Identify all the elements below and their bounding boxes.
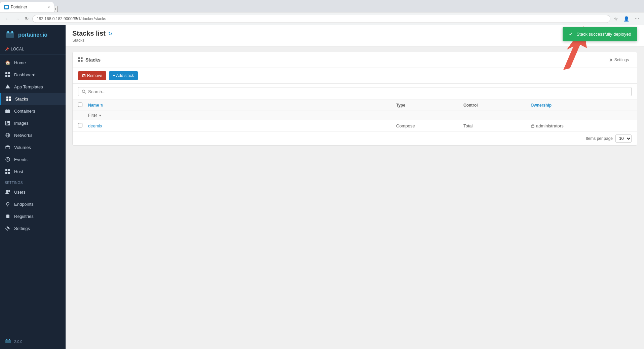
svg-point-28 [6, 190, 8, 192]
menu-button[interactable]: ⋯ [633, 15, 641, 23]
svg-rect-26 [5, 172, 7, 174]
page-refresh-icon[interactable]: ↻ [108, 31, 112, 36]
sidebar-item-host[interactable]: Host [0, 165, 66, 178]
new-tab-button[interactable]: + [54, 6, 58, 12]
svg-rect-37 [6, 339, 7, 340]
type-col-header: Type [396, 103, 463, 108]
main-content: Stacks list ↻ Stacks Stacks Settings [66, 25, 644, 349]
sidebar: portainer.io 📌 LOCAL 🏠 Home Dashboard A [0, 25, 66, 349]
browser-tab-bar: Portainer × + [0, 0, 644, 12]
sidebar-item-networks-label: Networks [14, 133, 32, 138]
toast-check-icon: ✓ [569, 31, 573, 37]
name-col-header[interactable]: Name ⇅ [88, 103, 396, 108]
dashboard-icon [5, 72, 11, 78]
networks-icon [5, 132, 11, 138]
items-per-page-select[interactable]: 10 25 50 [615, 134, 632, 143]
sidebar-item-events[interactable]: Events [0, 153, 66, 165]
select-all-checkbox[interactable] [78, 103, 82, 107]
images-icon [5, 120, 11, 126]
sidebar-item-events-label: Events [14, 157, 28, 162]
sidebar-nav: 🏠 Home Dashboard App Templates Stacks [0, 54, 66, 334]
panel-settings-button[interactable]: Settings [606, 56, 632, 64]
svg-rect-17 [6, 123, 9, 124]
svg-rect-7 [5, 75, 7, 77]
sidebar-item-endpoints[interactable]: Endpoints [0, 198, 66, 210]
svg-point-35 [7, 228, 9, 229]
portainer-logo-icon [5, 30, 15, 40]
refresh-button[interactable]: ↻ [23, 15, 31, 23]
remove-button[interactable]: Remove [78, 71, 106, 80]
search-row [73, 84, 637, 100]
filter-icon[interactable]: ▼ [99, 114, 102, 117]
svg-rect-41 [78, 60, 80, 62]
svg-rect-3 [11, 31, 13, 33]
filter-row: Filter ▼ [73, 111, 637, 120]
row-checkbox[interactable] [78, 123, 82, 127]
sidebar-item-users[interactable]: Users [0, 186, 66, 198]
svg-point-34 [6, 217, 10, 218]
success-toast: ✓ Stack successfully deployed [563, 27, 637, 41]
stack-control-cell: Total [463, 123, 531, 128]
sidebar-item-stacks[interactable]: Stacks [0, 93, 66, 105]
sidebar-item-volumes-label: Volumes [14, 145, 31, 150]
table-row: deemix Compose Total administrators [73, 120, 637, 132]
sidebar-item-containers[interactable]: Containers [0, 105, 66, 117]
sidebar-item-host-label: Host [14, 169, 23, 174]
search-input-wrapper [78, 87, 632, 96]
profile-button[interactable]: 👤 [621, 15, 631, 23]
panel-header: Stacks Settings [73, 52, 637, 68]
svg-rect-14 [5, 110, 10, 113]
host-icon [5, 168, 11, 174]
sidebar-item-containers-label: Containers [14, 109, 35, 114]
sidebar-item-images[interactable]: Images [0, 117, 66, 129]
stack-name-cell[interactable]: deemix [88, 123, 396, 128]
items-per-page-label: Items per page [586, 136, 613, 141]
home-icon: 🏠 [5, 60, 11, 66]
ownership-col-header[interactable]: Ownership [531, 103, 632, 108]
sidebar-item-registries[interactable]: Registries [0, 210, 66, 222]
sidebar-item-home[interactable]: 🏠 Home [0, 56, 66, 69]
sidebar-logo: portainer.io [0, 25, 66, 44]
svg-rect-16 [6, 121, 7, 123]
search-input[interactable] [88, 89, 628, 94]
sidebar-item-dashboard[interactable]: Dashboard [0, 69, 66, 81]
remove-label: Remove [87, 73, 102, 78]
sidebar-item-app-templates[interactable]: App Templates [0, 81, 66, 93]
page-subtitle: Stacks [72, 38, 637, 43]
sidebar-item-users-label: Users [14, 190, 26, 195]
tab-close-button[interactable]: × [48, 5, 50, 9]
address-bar[interactable]: 192.168.0.182:9000/#!/1/docker/stacks [32, 15, 610, 23]
page-title: Stacks list [72, 30, 106, 37]
table-header: Name ⇅ Type Control Ownership [73, 100, 637, 111]
svg-rect-36 [5, 340, 11, 343]
volumes-icon [5, 144, 11, 150]
svg-marker-9 [5, 84, 10, 88]
svg-rect-11 [9, 96, 11, 99]
panel-settings-icon [609, 58, 613, 62]
panel-settings-label: Settings [614, 57, 629, 62]
svg-rect-18 [6, 124, 8, 125]
panel-stacks-icon [78, 57, 83, 63]
sidebar-item-settings[interactable]: Settings [0, 222, 66, 234]
add-stack-button[interactable]: + Add stack [109, 71, 138, 80]
pagination-row: Items per page 10 25 50 [73, 132, 637, 145]
tab-title: Portainer [11, 5, 46, 9]
svg-rect-10 [6, 96, 8, 99]
content-panel: Stacks Settings Remove + Add stack [72, 52, 637, 146]
checkbox-col-header [78, 103, 88, 108]
svg-rect-24 [5, 169, 7, 171]
sidebar-item-networks[interactable]: Networks [0, 129, 66, 141]
svg-rect-8 [8, 75, 10, 77]
sidebar-item-endpoints-label: Endpoints [14, 202, 34, 207]
svg-rect-27 [8, 172, 10, 174]
forward-button[interactable]: → [13, 15, 22, 23]
stacks-icon [6, 96, 12, 102]
back-button[interactable]: ← [3, 15, 11, 23]
svg-line-48 [85, 92, 86, 94]
sidebar-item-volumes[interactable]: Volumes [0, 141, 66, 153]
star-button[interactable]: ☆ [612, 15, 620, 23]
svg-rect-1 [6, 32, 14, 38]
sidebar-item-registries-label: Registries [14, 214, 34, 219]
svg-rect-12 [6, 99, 8, 101]
svg-rect-0 [5, 6, 8, 8]
